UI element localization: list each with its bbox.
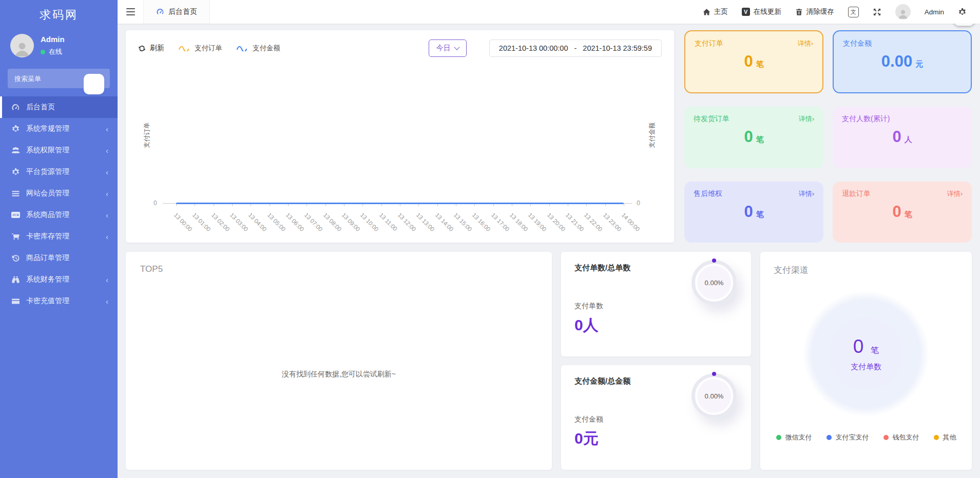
chevron-left-icon: ‹ xyxy=(106,211,108,219)
card-icon: JCB xyxy=(11,212,20,218)
x-axis-label: 13 03:00 xyxy=(229,212,249,232)
v-badge-icon: V xyxy=(742,8,750,16)
sidebar-menu: 后台首页 系统常规管理 ‹ 系统权限管理 ‹ 平台货源管理 ‹ 网站会员管理 ‹ xyxy=(0,96,118,478)
refresh-button[interactable]: 刷新 xyxy=(138,44,164,53)
home-link[interactable]: 主页 xyxy=(703,7,728,16)
legend-item-pay-amount[interactable]: 支付金额 xyxy=(237,44,280,53)
chevron-left-icon: ‹ xyxy=(106,125,108,133)
avatar[interactable] xyxy=(895,4,911,19)
legend-label: 支付宝支付 xyxy=(836,433,869,442)
translate-icon[interactable]: 文 xyxy=(848,7,859,17)
x-axis-label: 13 17:00 xyxy=(490,212,510,232)
list-icon xyxy=(11,189,20,198)
fullscreen-icon[interactable] xyxy=(873,8,881,16)
app-root: 求码网 Admin 在线 后台首页 系 xyxy=(0,0,980,478)
dashboard-icon xyxy=(156,8,164,16)
stat-card-refunds[interactable]: 退款订单 详情› 0笔 xyxy=(833,182,972,243)
sidebar-item-stock[interactable]: 卡密库存管理 ‹ xyxy=(0,226,118,247)
y-axis-right-tick: 0 xyxy=(637,200,640,207)
x-axis-label: 13 21:00 xyxy=(565,212,585,232)
x-axis-label: 14 00:00 xyxy=(621,212,641,232)
user-name: Admin xyxy=(41,35,65,44)
sidebar-item-dashboard[interactable]: 后台首页 xyxy=(0,96,118,118)
legend-dot-icon xyxy=(776,435,781,440)
sidebar-item-label: 系统商品管理 xyxy=(26,210,69,220)
sidebar-item-permissions[interactable]: 系统权限管理 ‹ xyxy=(0,140,118,161)
stat-value: 0笔 xyxy=(842,203,963,221)
sidebar-item-members[interactable]: 网站会员管理 ‹ xyxy=(0,183,118,204)
binoculars-icon xyxy=(11,275,20,284)
legend-label: 支付订单 xyxy=(195,44,222,53)
app-logo: 求码网 xyxy=(0,0,118,30)
stat-title: 售后维权 xyxy=(694,189,722,198)
x-axis-label: 13 20:00 xyxy=(546,212,566,232)
legend-item-pay-orders[interactable]: 支付订单 xyxy=(179,44,222,53)
range-select-button[interactable]: 今日 xyxy=(429,39,467,57)
search-icon[interactable] xyxy=(84,74,104,94)
online-update-link[interactable]: V 在线更新 xyxy=(742,7,781,16)
person-icon xyxy=(13,40,31,57)
sidebar-item-products[interactable]: JCB 系统商品管理 ‹ xyxy=(0,204,118,226)
channel-legend-item[interactable]: 钱包支付 xyxy=(883,433,919,442)
refresh-label: 刷新 xyxy=(150,44,164,53)
channel-legend-item[interactable]: 其他 xyxy=(934,433,956,442)
sidebar-item-recharge[interactable]: 卡密充值管理 ‹ xyxy=(0,290,118,312)
user-status: 在线 xyxy=(49,47,62,56)
clear-cache-link[interactable]: 清除缓存 xyxy=(795,7,834,16)
legend-label: 其他 xyxy=(943,433,956,442)
chevron-left-icon: ‹ xyxy=(106,233,108,241)
x-axis-label: 13 04:00 xyxy=(247,212,268,232)
sidebar-item-system-general[interactable]: 系统常规管理 ‹ xyxy=(0,118,118,140)
sidebar-item-label: 平台货源管理 xyxy=(26,167,69,176)
x-axis-label: 13 13:00 xyxy=(415,212,436,232)
x-axis-label: 13 22:00 xyxy=(583,212,604,232)
online-status-dot xyxy=(41,50,45,54)
main-area: 后台首页 主页 V 在线更新 清除缓存 文 xyxy=(118,0,980,478)
date-start: 2021-10-13 00:00:00 xyxy=(499,44,568,52)
chart-line xyxy=(176,203,624,204)
user-profile[interactable]: Admin 在线 xyxy=(0,30,118,65)
date-range-input[interactable]: 2021-10-13 00:00:00 - 2021-10-13 23:59:5… xyxy=(489,39,662,57)
detail-link[interactable]: 详情› xyxy=(799,114,814,124)
chevron-left-icon: ‹ xyxy=(106,276,108,284)
stat-card-aftersales[interactable]: 售 售后维权 详情› 0笔 xyxy=(684,182,823,243)
panel-title: 支付渠道 xyxy=(774,264,809,276)
y-axis-right-title: 支付金额 xyxy=(648,123,657,148)
x-axis-label: 13 06:00 xyxy=(285,212,305,232)
x-axis-label: 13 00:00 xyxy=(173,212,194,232)
chevron-left-icon: ‹ xyxy=(106,168,108,176)
sidebar-item-orders[interactable]: 商品订单管理 xyxy=(0,247,118,269)
panel-title: TOP5 xyxy=(140,264,537,274)
legend-label: 钱包支付 xyxy=(893,433,919,442)
stat-title: 支付金额 xyxy=(843,39,872,48)
ring-gauge: 0.00% xyxy=(691,373,737,419)
sidebar-item-supply[interactable]: 平台货源管理 ‹ xyxy=(0,161,118,183)
x-axis-label: 13 18:00 xyxy=(509,212,529,232)
stat-value: 0笔 xyxy=(694,203,814,221)
y-axis-left-tick: 0 xyxy=(153,200,157,207)
stat-card-pending-shipments[interactable]: 待发货订单 详情› 0笔 xyxy=(684,107,823,168)
stat-cards: 支付订单 详情› 0笔 支付金额 0.00元 xyxy=(684,30,972,243)
donut-chart: 0 笔 支付单数 xyxy=(789,277,943,431)
wave-icon xyxy=(179,45,191,51)
settings-gear-icon[interactable] xyxy=(958,8,967,16)
tab-dashboard[interactable]: 后台首页 xyxy=(143,0,210,24)
stat-card-pay-amount[interactable]: 支付金额 0.00元 xyxy=(833,30,972,93)
date-end: 2021-10-13 23:59:59 xyxy=(583,44,652,52)
history-icon xyxy=(11,254,20,263)
sidebar-item-finance[interactable]: 系统财务管理 ‹ xyxy=(0,269,118,290)
detail-link[interactable]: 详情› xyxy=(799,189,814,198)
channel-legend-item[interactable]: 微信支付 xyxy=(776,433,812,442)
username[interactable]: Admin xyxy=(925,8,944,16)
detail-link[interactable]: 详情› xyxy=(798,39,813,48)
stat-card-pay-orders[interactable]: 支付订单 详情› 0笔 xyxy=(684,30,823,93)
x-axis-label: 13 07:00 xyxy=(303,212,324,232)
stat-value: 0笔 xyxy=(695,52,813,71)
legend-label: 支付金额 xyxy=(253,44,280,53)
gears-icon xyxy=(11,168,20,176)
channel-legend-item[interactable]: 支付宝支付 xyxy=(827,433,869,442)
donut-center: 0 笔 支付单数 xyxy=(830,317,902,390)
menu-toggle-button[interactable] xyxy=(118,0,143,24)
detail-link[interactable]: 详情› xyxy=(947,189,963,198)
stat-card-payer-count[interactable]: 支付人数(累计) 0人 xyxy=(833,107,972,168)
